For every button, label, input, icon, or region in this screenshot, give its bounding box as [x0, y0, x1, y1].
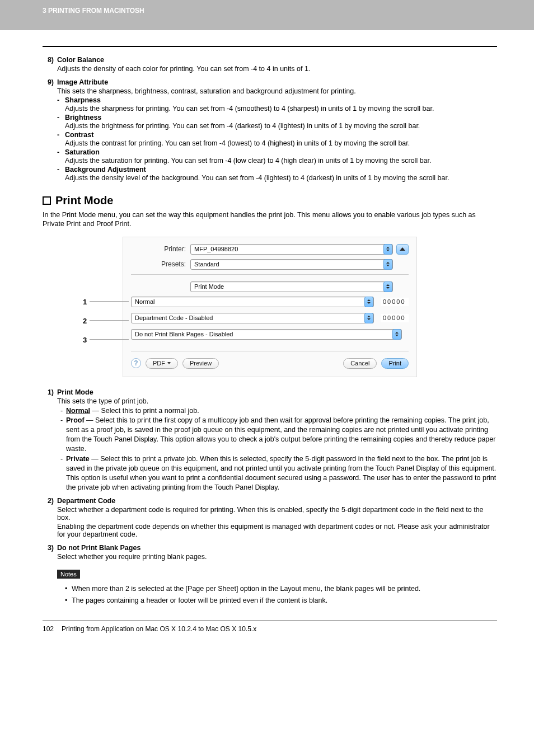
presets-label: Presets:	[131, 260, 190, 268]
desc-item-2: 2) Department Code	[43, 497, 497, 505]
section-print-mode-title: Print Mode	[43, 194, 497, 207]
note-2-text: The pages containing a header or footer …	[72, 596, 327, 605]
preview-label: Preview	[190, 360, 212, 367]
item-8: 8) Color Balance	[43, 56, 497, 64]
dept-code-field[interactable]: 00000	[381, 314, 409, 322]
sub-brightness: - Brightness	[57, 114, 497, 121]
notes-list: When more than 2 is selected at the [Pag…	[65, 584, 497, 605]
password-field[interactable]: 00000	[381, 298, 409, 306]
desc-2-number: 2)	[43, 497, 54, 505]
desc-item-1: 1) Print Mode	[43, 388, 497, 396]
printer-value: MFP_04998820	[194, 246, 238, 252]
pdf-button[interactable]: PDF	[146, 358, 178, 369]
presets-value: Standard	[194, 261, 219, 267]
triangle-up-icon	[400, 247, 405, 251]
cancel-button[interactable]: Cancel	[343, 358, 377, 369]
opt-proof-label: Proof	[66, 416, 85, 424]
notes-label: Notes	[57, 570, 80, 579]
footer-text: Printing from Application on Mac OS X 10…	[62, 625, 256, 633]
contrast-label: Contrast	[65, 131, 93, 139]
callout-3: 3	[83, 336, 87, 344]
dialog-divider-2	[131, 351, 409, 351]
desc-1-text: This sets the type of print job.	[57, 397, 497, 405]
opt-private-tail: — Select this to print a private job. Wh…	[66, 455, 496, 491]
opt-private-label: Private	[66, 455, 90, 463]
callout-2: 2	[83, 317, 87, 325]
desc-2-title: Department Code	[57, 497, 115, 505]
sub-sharpness: - Sharpness	[57, 96, 497, 104]
item-8-number: 8)	[43, 56, 54, 64]
presets-select[interactable]: Standard	[190, 259, 393, 270]
item-9-title: Image Attribute	[57, 78, 108, 86]
panel-row: Print Mode	[131, 281, 409, 292]
callout-1: 1	[83, 298, 87, 306]
opt-row-1: Normal 00000	[131, 297, 409, 307]
opt-private: - Private — Select this to print a priva…	[57, 454, 497, 492]
dept-code-value: Department Code - Disabled	[135, 314, 213, 321]
dept-code-select[interactable]: Department Code - Disabled	[131, 313, 374, 323]
opt-normal-tail: — Select this to print a normal job.	[90, 407, 199, 415]
blank-pages-select[interactable]: Do not Print Blank Pages - Disabled	[131, 329, 402, 340]
saturation-desc: Adjusts the saturation for printing. You…	[65, 157, 497, 165]
sharpness-desc: Adjusts the sharpness for printing. You …	[65, 105, 497, 112]
item-8-desc: Adjusts the density of each color for pr…	[57, 65, 497, 73]
printer-label: Printer:	[131, 245, 190, 253]
stepper-icon	[364, 313, 373, 323]
callout-line-3	[90, 339, 129, 340]
print-mode-value: Normal	[135, 298, 154, 305]
sharpness-label: Sharpness	[65, 96, 101, 104]
callout-line-2	[90, 320, 129, 321]
item-9: 9) Image Attribute	[43, 78, 497, 86]
brightness-label: Brightness	[65, 114, 101, 121]
stepper-icon	[383, 281, 392, 292]
section-intro: In the Print Mode menu, you can set the …	[43, 210, 497, 229]
item-9-desc: This sets the sharpness, brightness, con…	[57, 87, 497, 95]
stepper-icon	[383, 259, 392, 270]
item-8-title: Color Balance	[57, 56, 104, 64]
blank-pages-value: Do not Print Blank Pages - Disabled	[135, 331, 233, 337]
page-number: 102	[43, 625, 54, 633]
desc-item-3: 3) Do not Print Blank Pages	[43, 544, 497, 552]
bullet-icon	[65, 596, 72, 605]
preview-button[interactable]: Preview	[182, 358, 219, 369]
print-dialog: 1 2 3 Printer: MFP_04998820 Presets: Sta…	[123, 237, 417, 377]
print-label: Print	[388, 360, 401, 367]
note-2: The pages containing a header or footer …	[65, 596, 497, 605]
page-content: 8) Color Balance Adjusts the density of …	[0, 30, 534, 643]
desc-3-text: Select whether you require printing blan…	[57, 553, 497, 561]
sub-background: - Background Adjustment	[57, 166, 497, 173]
printer-select[interactable]: MFP_04998820	[190, 244, 393, 255]
desc-3-title: Do not Print Blank Pages	[57, 544, 140, 552]
desc-1-title: Print Mode	[57, 388, 93, 396]
note-1-text: When more than 2 is selected at the [Pag…	[72, 584, 420, 594]
desc-3-number: 3)	[43, 544, 54, 552]
opt-row-2: Department Code - Disabled 00000	[131, 313, 409, 323]
print-mode-select[interactable]: Normal	[131, 297, 374, 307]
cancel-label: Cancel	[350, 360, 369, 367]
item-9-number: 9)	[43, 78, 54, 86]
chevron-down-icon	[167, 362, 171, 364]
expand-button[interactable]	[396, 244, 409, 255]
stepper-icon	[392, 329, 401, 340]
opt-proof-tail: — Select this to print the first copy of…	[66, 416, 495, 453]
print-button[interactable]: Print	[381, 358, 409, 369]
dialog-divider-1	[131, 274, 409, 275]
printer-row: Printer: MFP_04998820	[131, 244, 409, 255]
section-title-text: Print Mode	[55, 194, 113, 207]
sub-saturation: - Saturation	[57, 148, 497, 156]
opt-normal-label: Normal	[66, 407, 90, 415]
chapter-header: 3 PRINTING FROM MACINTOSH	[0, 0, 534, 30]
desc-1-number: 1)	[43, 388, 54, 396]
opt-normal: - Normal — Select this to print a normal…	[57, 406, 497, 416]
pdf-label: PDF	[153, 360, 165, 367]
panel-select[interactable]: Print Mode	[190, 281, 393, 292]
help-button[interactable]: ?	[131, 358, 141, 368]
presets-row: Presets: Standard	[131, 259, 409, 270]
sub-contrast: - Contrast	[57, 131, 497, 139]
dialog-button-row: ? PDF Preview Cancel Print	[131, 358, 409, 369]
desc-2-p1: Select whether a department code is requ…	[57, 506, 497, 522]
saturation-label: Saturation	[65, 148, 100, 156]
square-bullet-icon	[43, 196, 51, 205]
callout-line-1	[90, 301, 129, 302]
contrast-desc: Adjusts the contrast for printing. You c…	[65, 139, 497, 147]
